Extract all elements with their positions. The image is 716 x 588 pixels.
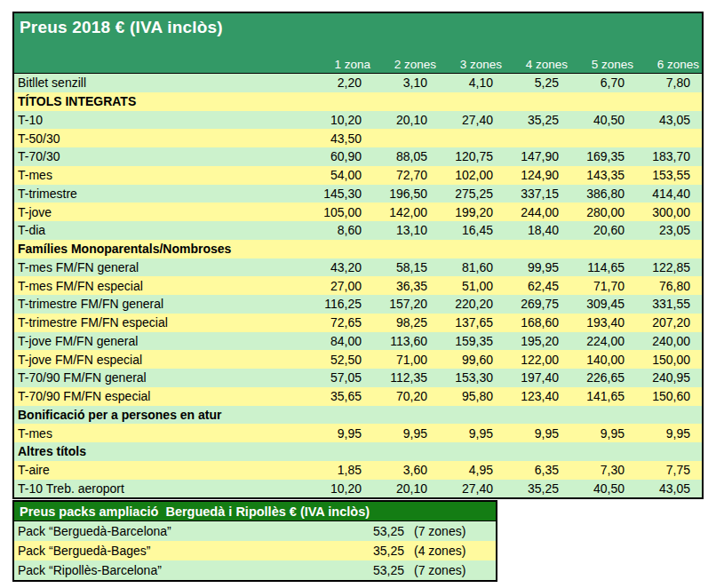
- fare-value: 196,50: [373, 187, 439, 201]
- table-row: T-70/3060,9088,05120,75147,90169,35183,7…: [14, 147, 702, 166]
- row-label: TÍTOLS INTEGRATS: [14, 94, 702, 108]
- fare-value: 220,20: [439, 297, 505, 311]
- zone-column-header: 6 zones: [636, 58, 702, 71]
- row-label: T-jove FM/FN general: [14, 334, 307, 348]
- fare-value: 76,80: [636, 279, 702, 293]
- fare-value: 169,35: [570, 149, 636, 163]
- row-label: T-70/90 FM/FN especial: [14, 389, 307, 403]
- fare-value: 35,65: [307, 389, 373, 403]
- fare-value: 337,15: [505, 187, 570, 201]
- fare-value: 122,00: [505, 353, 570, 367]
- pack-label: Pack “Berguedà-Barcelona”: [14, 524, 343, 538]
- fare-value: 88,05: [373, 149, 439, 163]
- table-row: T-aire1,853,604,956,357,307,75: [14, 461, 702, 480]
- fare-value: 113,60: [373, 334, 439, 348]
- table-row: T-jove FM/FN general84,00113,60159,35195…: [14, 332, 702, 351]
- fare-value: 269,75: [505, 297, 570, 311]
- row-label: T-mes: [14, 168, 307, 182]
- fare-value: 244,00: [505, 205, 570, 219]
- fare-value: 1,85: [307, 463, 373, 477]
- fare-value: 7,80: [636, 75, 702, 90]
- zone-column-header: 3 zones: [439, 58, 505, 71]
- pack-price: 53,25: [343, 524, 407, 538]
- table-row: T-trimestre FM/FN especial72,6598,25137,…: [14, 314, 702, 332]
- table-row: T-trimestre FM/FN general116,25157,20220…: [14, 295, 702, 314]
- fare-value: 13,10: [373, 223, 439, 237]
- fare-value: 105,00: [307, 205, 373, 219]
- pack-price: 53,25: [343, 563, 407, 577]
- row-label: Bonificació per a persones en atur: [14, 408, 702, 422]
- fare-value: 72,70: [373, 168, 439, 182]
- table-row: T-jove FM/FN especial52,5071,0099,60122,…: [14, 350, 702, 369]
- fare-value: 60,90: [307, 149, 373, 163]
- row-label: T-trimestre FM/FN general: [14, 297, 307, 311]
- fare-value: 81,60: [439, 260, 505, 274]
- fare-value: 71,00: [373, 353, 439, 367]
- fare-value: 199,20: [439, 205, 505, 219]
- table-row: T-70/90 FM/FN especial35,6570,2095,80123…: [14, 387, 702, 406]
- row-label: T-70/90 FM/FN general: [14, 370, 307, 385]
- fare-value: 137,65: [439, 315, 505, 330]
- fare-value: 9,95: [373, 426, 439, 441]
- fare-value: 123,40: [505, 389, 570, 403]
- section-row: TÍTOLS INTEGRATS: [14, 92, 702, 111]
- zone-column-header: 1 zona: [307, 58, 373, 71]
- table-row: T-dia8,6013,1016,4518,4020,6023,05: [14, 221, 702, 240]
- pack-label: Pack “Ripollès-Barcelona”: [14, 563, 343, 577]
- fare-value: 43,05: [636, 113, 702, 127]
- row-label: T-mes FM/FN especial: [14, 279, 307, 293]
- fare-value: 414,40: [636, 187, 702, 201]
- fare-value: 331,55: [636, 297, 702, 311]
- row-label: T-aire: [14, 463, 307, 477]
- fare-value: 54,00: [307, 168, 373, 182]
- fares-table-header: Preus 2018 € (IVA inclòs) 1 zona2 zones3…: [14, 13, 702, 74]
- fare-value: 153,30: [439, 370, 505, 385]
- table-row: T-mes54,0072,70102,00124,90143,35153,55: [14, 166, 702, 185]
- table-row: T-mes FM/FN general43,2058,1581,6099,951…: [14, 258, 702, 277]
- column-header-spacer: [14, 58, 307, 71]
- table-row: T-70/90 FM/FN general57,05112,35153,3019…: [14, 369, 702, 387]
- fare-value: 124,90: [505, 168, 570, 182]
- fare-value: 57,05: [307, 370, 373, 385]
- pack-price: 35,25: [343, 544, 407, 558]
- fare-value: 159,35: [439, 334, 505, 348]
- fare-value: 240,00: [636, 334, 702, 348]
- fare-value: 10,20: [307, 113, 373, 127]
- table-row: T-mes9,959,959,959,959,959,95: [14, 424, 702, 442]
- fare-value: 197,40: [505, 370, 570, 385]
- fare-value: 27,00: [307, 279, 373, 293]
- table-row: T-1010,2020,1027,4035,2540,5043,05: [14, 111, 702, 130]
- fare-value: 102,00: [439, 168, 505, 182]
- fare-value: 7,75: [636, 463, 702, 477]
- section-row: Bonificació per a persones en atur: [14, 406, 702, 425]
- table-row: T-jove105,00142,00199,20244,00280,00300,…: [14, 203, 702, 221]
- fare-value: 16,45: [439, 223, 505, 237]
- row-label: T-10: [14, 113, 307, 127]
- fare-value: 309,45: [570, 297, 636, 311]
- pack-label: Pack “Berguedà-Bages”: [14, 544, 343, 558]
- fare-value: 20,10: [373, 113, 439, 127]
- fare-value: 20,10: [373, 481, 439, 496]
- fare-value: 99,95: [505, 260, 570, 274]
- fare-value: 2,20: [307, 75, 373, 90]
- row-label: Bitllet senzill: [14, 75, 307, 90]
- zone-column-header: 4 zones: [505, 58, 570, 71]
- fare-value: 70,20: [373, 389, 439, 403]
- row-label: T-dia: [14, 223, 307, 237]
- section-row: Famílies Monoparentals/Nombroses: [14, 240, 702, 258]
- row-label: T-jove: [14, 205, 307, 219]
- fare-value: 20,60: [570, 223, 636, 237]
- fare-value: 193,40: [570, 315, 636, 330]
- fare-value: 150,60: [636, 389, 702, 403]
- fare-value: 112,35: [373, 370, 439, 385]
- fare-value: 71,70: [570, 279, 636, 293]
- fare-value: 143,35: [570, 168, 636, 182]
- fare-value: 40,50: [570, 113, 636, 127]
- fare-value: 98,25: [373, 315, 439, 330]
- page-title: Preus 2018 € (IVA inclòs): [14, 13, 702, 37]
- fare-value: 9,95: [439, 426, 505, 441]
- fare-value: 35,25: [505, 481, 570, 496]
- fare-value: 7,30: [570, 463, 636, 477]
- table-row: T-10 Treb. aeroport10,2020,1027,4035,254…: [14, 480, 702, 498]
- row-label: T-jove FM/FN especial: [14, 353, 307, 367]
